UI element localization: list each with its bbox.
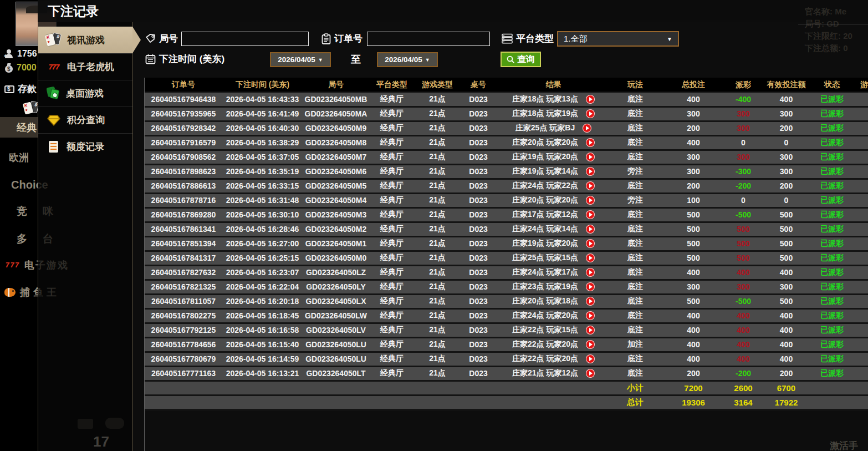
result-text: 庄家17点 玩家12点 bbox=[512, 210, 578, 220]
cell-game_type: 21点 bbox=[415, 294, 460, 308]
replay-button[interactable] bbox=[586, 225, 595, 234]
cell-bet_time: 2026-04-05 16:33:15 bbox=[222, 179, 303, 193]
replay-button[interactable] bbox=[586, 369, 595, 378]
replay-button[interactable] bbox=[583, 124, 591, 133]
replay-button[interactable] bbox=[586, 311, 595, 320]
replay-button[interactable] bbox=[586, 167, 595, 176]
date-to-label: 至 bbox=[351, 53, 361, 66]
platform-list-icon bbox=[502, 33, 513, 44]
cell-platform: 经典厅 bbox=[369, 308, 415, 323]
cell-table_no: D023 bbox=[460, 207, 497, 222]
cell-game bbox=[851, 150, 868, 164]
cell-game bbox=[851, 337, 868, 352]
sidebar-item-credit-records[interactable]: 额度记录 bbox=[38, 133, 132, 160]
cell-play_type: 底注 bbox=[610, 222, 660, 236]
replay-button[interactable] bbox=[586, 109, 595, 118]
cell-total_bet: 400 bbox=[660, 265, 727, 280]
order-input[interactable] bbox=[367, 32, 490, 46]
summary-empty bbox=[497, 395, 610, 409]
cell-game bbox=[851, 207, 868, 222]
replay-button[interactable] bbox=[586, 297, 595, 306]
points-gem-icon bbox=[45, 115, 62, 126]
cell-payout: 400 bbox=[727, 308, 760, 323]
cell-platform: 经典厅 bbox=[369, 352, 415, 366]
replay-button[interactable] bbox=[586, 268, 595, 277]
search-button[interactable]: 查询 bbox=[501, 52, 541, 67]
cell-bet_time: 2026-04-05 16:41:49 bbox=[222, 107, 303, 121]
user-count-stat: 1756 bbox=[4, 49, 37, 59]
cell-play_type: 底注 bbox=[610, 135, 660, 150]
result-text: 庄家24点 玩家14点 bbox=[512, 224, 578, 234]
balance-stat: 7000 bbox=[4, 63, 37, 73]
result-text: 庄家24点 玩家17点 bbox=[512, 267, 578, 277]
cell-game bbox=[851, 222, 868, 236]
replay-button[interactable] bbox=[586, 239, 595, 248]
column-header-total_bet: 总投注 bbox=[660, 78, 727, 92]
result-text: 庄家19点 玩家14点 bbox=[512, 166, 578, 176]
cell-total_bet: 400 bbox=[660, 92, 727, 107]
platform-select[interactable]: 1.全部 ▼ bbox=[557, 31, 679, 47]
replay-button[interactable] bbox=[586, 254, 595, 262]
date-to-picker[interactable]: 2026/04/05 ▼ bbox=[377, 52, 438, 67]
cell-order_id: 260405167878716 bbox=[145, 193, 222, 207]
cell-payout: 300 bbox=[727, 150, 760, 164]
cell-platform: 经典厅 bbox=[369, 280, 415, 294]
cell-bet_time: 2026-04-05 16:13:21 bbox=[222, 366, 303, 381]
replay-button[interactable] bbox=[586, 138, 595, 147]
cell-result: 庄家24点 玩家17点 bbox=[497, 265, 610, 280]
sidebar-item-points[interactable]: 积分查询 bbox=[38, 107, 132, 133]
cell-total_bet: 200 bbox=[660, 121, 727, 135]
cell-play_type: 底注 bbox=[610, 92, 660, 107]
sidebar-item-table-games[interactable]: 桌面游戏 bbox=[38, 80, 132, 107]
cell-status: 已派彩 bbox=[813, 251, 851, 265]
cell-valid_bet: 400 bbox=[760, 352, 813, 366]
replay-button[interactable] bbox=[586, 326, 595, 335]
cell-round_id: GD023264050LT bbox=[303, 366, 369, 381]
cell-result: 庄家18点 玩家19点 bbox=[497, 107, 610, 121]
replay-button[interactable] bbox=[586, 95, 595, 104]
sidebar-item-slots[interactable]: 777 电子老虎机 bbox=[38, 53, 132, 80]
replay-button[interactable] bbox=[586, 196, 595, 205]
cell-game bbox=[851, 92, 868, 107]
replay-button[interactable] bbox=[586, 282, 595, 291]
replay-button[interactable] bbox=[586, 210, 595, 219]
cell-game bbox=[851, 251, 868, 265]
cell-play_type: 底注 bbox=[610, 366, 660, 381]
replay-button[interactable] bbox=[586, 354, 595, 363]
platform-selected-value: 1.全部 bbox=[564, 34, 588, 44]
result-text: 庄家24点 玩家22点 bbox=[512, 181, 578, 191]
cell-result: 庄家22点 玩家15点 bbox=[497, 323, 610, 337]
cell-valid_bet: 400 bbox=[760, 308, 813, 323]
cell-order_id: 260405167821325 bbox=[145, 280, 222, 294]
column-header-payout: 派彩 bbox=[727, 78, 760, 92]
date-from-picker[interactable]: 2026/04/05 ▼ bbox=[270, 52, 331, 67]
cell-table_no: D023 bbox=[460, 150, 497, 164]
cell-status: 已派彩 bbox=[813, 222, 851, 236]
bet-row: 2604051678787162026-04-05 16:31:48GD0232… bbox=[145, 193, 868, 207]
cell-table_no: D023 bbox=[460, 352, 497, 366]
cell-total_bet: 400 bbox=[660, 135, 727, 150]
sidebar-item-video-games[interactable]: 9K♥ 视讯游戏 bbox=[38, 27, 132, 53]
cell-platform: 经典厅 bbox=[369, 150, 415, 164]
cell-play_type: 旁注 bbox=[610, 164, 660, 179]
round-input[interactable] bbox=[181, 32, 309, 46]
cell-bet_time: 2026-04-05 16:18:45 bbox=[222, 308, 303, 323]
cell-total_bet: 500 bbox=[660, 251, 727, 265]
cell-total_bet: 300 bbox=[660, 164, 727, 179]
column-header-valid_bet: 有效投注额 bbox=[760, 78, 813, 92]
cell-platform: 经典厅 bbox=[369, 207, 415, 222]
cell-game bbox=[851, 164, 868, 179]
cell-payout: -400 bbox=[727, 92, 760, 107]
cell-round_id: GD023264050M1 bbox=[303, 236, 369, 251]
cell-status: 已派彩 bbox=[813, 280, 851, 294]
cell-result: 庄家24点 玩家20点 bbox=[497, 308, 610, 323]
column-header-table_no: 桌号 bbox=[460, 78, 497, 92]
cell-platform: 经典厅 bbox=[369, 135, 415, 150]
replay-button[interactable] bbox=[586, 181, 595, 190]
cell-valid_bet: 200 bbox=[760, 366, 813, 381]
cell-total_bet: 300 bbox=[660, 280, 727, 294]
slot-777-icon: 777 bbox=[6, 261, 20, 269]
replay-button[interactable] bbox=[586, 153, 595, 161]
replay-button[interactable] bbox=[586, 340, 595, 349]
slot-777-icon: 777 bbox=[45, 63, 62, 71]
